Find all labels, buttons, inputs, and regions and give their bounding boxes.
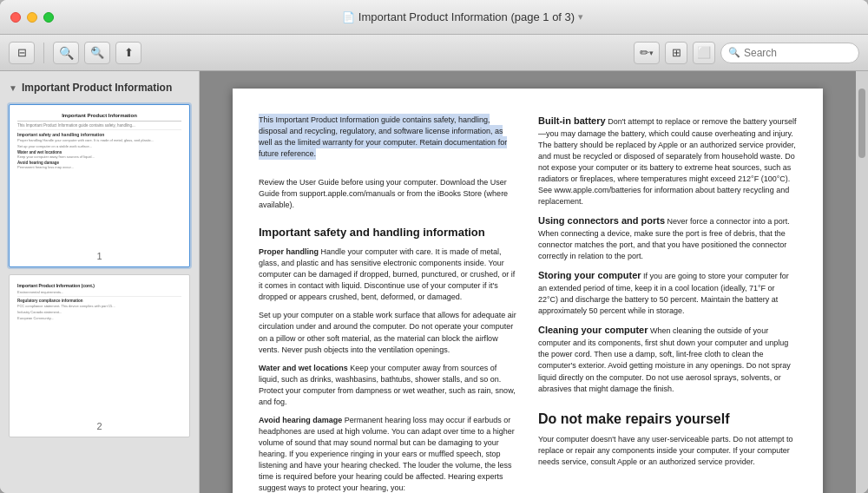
setup-text: Set up your computer on a stable work su… xyxy=(259,310,517,355)
intro-highlighted-text: This Important Product Information guide… xyxy=(259,114,507,160)
zoom-in-icon: 🔍 + xyxy=(90,46,104,59)
cleaning-section: Cleaning your computer When cleaning the… xyxy=(538,324,797,394)
cleaning-body: When cleaning the outside of your comput… xyxy=(538,326,791,392)
proper-handling-section: Proper handling Handle your computer wit… xyxy=(259,246,517,303)
maximize-button[interactable] xyxy=(43,12,54,23)
doc-left-column: This Important Product Information guide… xyxy=(259,115,517,493)
connectors-title: Using connectors and ports xyxy=(538,215,665,226)
storing-title: Storing your computer xyxy=(538,270,641,280)
page-thumbnail-2[interactable]: Important Product Information (cont.) En… xyxy=(9,274,190,437)
annotate-icon: ✏ xyxy=(640,46,649,59)
review-text: Review the User Guide before using your … xyxy=(259,177,517,211)
main-content: ▼ Important Product Information Importan… xyxy=(0,71,868,493)
cleaning-title: Cleaning your computer xyxy=(538,325,648,335)
page-thumbnail-1[interactable]: Important Product Information This Impor… xyxy=(9,104,190,267)
search-input[interactable] xyxy=(744,47,852,59)
battery-title: Built-in battery xyxy=(538,115,606,126)
hearing-section: Avoid hearing damage Permanent hearing l… xyxy=(259,415,517,493)
search-icon: 🔍 xyxy=(728,47,740,58)
window-title: 📄 Important Product Information (page 1 … xyxy=(68,10,858,23)
repairs-header: Do not make repairs yourself xyxy=(538,409,797,429)
water-section: Water and wet locations Keep your comput… xyxy=(259,363,517,408)
sidebar-header: ▼ Important Product Information xyxy=(0,78,199,101)
document-page: This Important Product Information guide… xyxy=(233,89,823,493)
zoom-in-button[interactable]: 🔍 + xyxy=(84,42,110,64)
toolbar-right: ✏ ▾ ⊞ ⬜ 🔍 xyxy=(634,42,859,64)
thumbnail-preview-2: Important Product Information (cont.) En… xyxy=(13,279,186,417)
thumbnail-container: Important Product Information This Impor… xyxy=(0,101,199,448)
page-number-2: 2 xyxy=(13,417,186,433)
toolbar-divider-1 xyxy=(43,43,44,63)
annotate-button[interactable]: ✏ ▾ xyxy=(634,42,660,64)
water-title: Water and wet locations xyxy=(259,364,348,372)
proper-handling-title: Proper handling xyxy=(259,247,319,256)
view-button[interactable]: ⊞ xyxy=(665,42,687,64)
document-area[interactable]: This Important Product Information guide… xyxy=(200,71,856,493)
battery-section: Built-in battery Don't attempt to replac… xyxy=(538,115,797,207)
document-icon: 📄 xyxy=(342,11,355,23)
sidebar-icon: ⊟ xyxy=(17,46,27,59)
share-button[interactable]: ⬆ xyxy=(115,42,141,64)
repairs-section: Your computer doesn't have any user-serv… xyxy=(538,434,797,468)
sidebar-toggle-button[interactable]: ⊟ xyxy=(9,42,35,64)
sidebar: ▼ Important Product Information Importan… xyxy=(0,71,200,493)
title-dropdown-arrow[interactable]: ▾ xyxy=(578,11,583,23)
annotate-dropdown[interactable]: ▾ xyxy=(649,49,654,57)
hearing-title: Avoid hearing damage xyxy=(259,416,342,424)
doc-columns: This Important Product Information guide… xyxy=(233,89,823,493)
thumbnail-preview-1: Important Product Information This Impor… xyxy=(13,108,186,247)
panel-icon: ⬜ xyxy=(697,46,711,59)
page-number-1: 1 xyxy=(13,247,186,263)
sidebar-arrow-icon: ▼ xyxy=(9,83,17,93)
toolbar: ⊟ 🔍 🔍 + ⬆ ✏ ▾ ⊞ ⬜ xyxy=(0,35,868,71)
search-box[interactable]: 🔍 xyxy=(720,43,859,63)
share-icon: ⬆ xyxy=(124,46,134,59)
traffic-lights xyxy=(10,12,54,23)
doc-intro: This Important Product Information guide… xyxy=(259,115,517,160)
panel-button[interactable]: ⬜ xyxy=(693,42,715,64)
app-window: 📄 Important Product Information (page 1 … xyxy=(0,0,868,493)
zoom-out-icon: 🔍 xyxy=(59,46,74,60)
storing-section: Storing your computer If you are going t… xyxy=(538,269,797,317)
close-button[interactable] xyxy=(10,12,21,23)
zoom-out-button[interactable]: 🔍 xyxy=(53,42,79,64)
battery-body: Don't attempt to replace or remove the b… xyxy=(538,117,796,206)
minimize-button[interactable] xyxy=(27,12,37,23)
scrollbar-thumb[interactable] xyxy=(858,89,865,158)
connectors-section: Using connectors and ports Never force a… xyxy=(538,214,797,262)
repairs-body: Your computer doesn't have any user-serv… xyxy=(538,435,793,466)
view-icon: ⊞ xyxy=(672,46,681,59)
titlebar: 📄 Important Product Information (page 1 … xyxy=(0,0,868,35)
doc-right-column: Built-in battery Don't attempt to replac… xyxy=(538,115,797,493)
safety-section-header: Important safety and handling informatio… xyxy=(259,225,517,241)
hearing-body: Permanent hearing loss may occur if earb… xyxy=(259,416,515,492)
scrollbar[interactable] xyxy=(856,71,868,493)
